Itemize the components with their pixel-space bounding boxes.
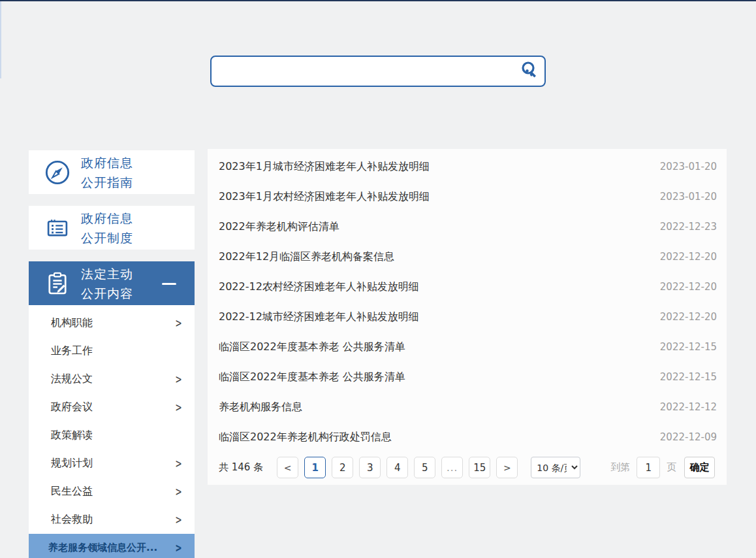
list-item-title[interactable]: 临淄区2022年养老机构行政处罚信息 [219,431,392,444]
list-item[interactable]: 2023年1月农村经济困难老年人补贴发放明细 2023-01-20 [208,182,727,212]
list-item-date: 2023-01-20 [660,191,717,203]
submenu-label: 法规公文 [51,372,93,386]
goto-suffix-label: 页 [667,461,676,474]
list-item-date: 2022-12-20 [660,251,717,263]
page-button-5[interactable]: 5 [414,457,435,478]
section-label-line1: 政府信息 [81,208,133,228]
list-item-title[interactable]: 2023年1月农村经济困难老年人补贴发放明细 [219,190,430,204]
search-icon [519,60,540,83]
next-page-button[interactable]: > [496,457,518,478]
section-label-line2: 公开制度 [81,228,133,248]
chevron-right-icon: > [503,463,511,473]
clipboard-pencil-icon [44,271,71,297]
list-item-title[interactable]: 2022年12月临淄区养老机构备案信息 [219,250,394,264]
list-item[interactable]: 2023年1月城市经济困难老年人补贴发放明细 2023-01-20 [208,152,727,182]
sidebar-item-elderly-care-disclosure[interactable]: 养老服务领域信息公开... > [29,534,195,558]
list-item[interactable]: 临淄区2022年养老机构行政处罚信息 2022-12-09 [208,422,727,452]
search-button[interactable] [517,58,542,84]
chevron-right-icon: > [176,484,181,499]
section-label-line2: 公开内容 [81,284,133,303]
top-border-line [0,0,756,1]
list-item[interactable]: 2022-12城市经济困难老年人补贴发放明细 2022-12-20 [208,302,727,332]
search-input[interactable] [212,57,517,86]
sidebar-item-social-assistance[interactable]: 社会救助 > [29,506,195,534]
list-item-date: 2022-12-12 [660,401,717,413]
sidebar-section-gov-info-system[interactable]: 政府信息 公开制度 [29,206,195,250]
sidebar-item-business-work[interactable]: 业务工作 [29,337,195,365]
list-item-date: 2022-12-15 [660,371,717,383]
page-button-2[interactable]: 2 [332,457,353,478]
pagination-total-count: 共 146 条 [219,461,263,474]
list-item-date: 2022-12-23 [660,221,717,233]
confirm-button[interactable]: 确定 [684,457,715,478]
list-item-title[interactable]: 2023年1月城市经济困难老年人补贴发放明细 [219,160,430,174]
section-label-line1: 法定主动 [81,264,133,284]
list-item[interactable]: 临淄区2022年度基本养老 公共服务清单 2022-12-15 [208,362,727,392]
chevron-right-icon: > [176,540,181,555]
list-item[interactable]: 2022年养老机构评估清单 2022-12-23 [208,212,727,242]
page-button-4[interactable]: 4 [386,457,408,478]
pagination-bar: 共 146 条 < 1 2 3 4 5 ... 15 > 10 条/页 到第 页… [219,457,717,478]
document-lines-icon [44,215,71,241]
submenu-label: 规划计划 [51,457,93,470]
list-item-title[interactable]: 养老机构服务信息 [219,401,302,414]
submenu-label: 养老服务领域信息公开... [48,542,157,554]
collapse-minus-icon[interactable] [162,283,176,285]
list-item-date: 2022-12-20 [660,281,717,293]
page-size-select[interactable]: 10 条/页 [531,457,580,478]
sidebar-item-regulations[interactable]: 法规公文 > [29,365,195,393]
section-label-line2: 公开指南 [81,172,133,192]
list-item-date: 2023-01-20 [660,161,717,172]
chevron-right-icon: > [176,512,181,527]
sidebar-item-livelihood-welfare[interactable]: 民生公益 > [29,478,195,506]
page-button-15[interactable]: 15 [469,457,490,478]
list-item-title[interactable]: 2022年养老机构评估清单 [219,220,339,234]
list-item-title[interactable]: 临淄区2022年度基本养老 公共服务清单 [219,370,405,384]
chevron-right-icon: > [176,372,181,387]
list-item-date: 2022-12-20 [660,311,717,323]
sidebar-section-statutory-disclosure[interactable]: 法定主动 公开内容 [29,261,195,305]
chevron-left-icon: < [284,463,292,473]
list-item[interactable]: 2022-12农村经济困难老年人补贴发放明细 2022-12-20 [208,272,727,302]
list-item[interactable]: 2022年12月临淄区养老机构备案信息 2022-12-20 [208,242,727,272]
chevron-right-icon: > [176,400,181,415]
submenu-label: 社会救助 [51,513,93,527]
list-item-title[interactable]: 2022-12农村经济困难老年人补贴发放明细 [219,280,419,294]
compass-icon [44,159,71,186]
sidebar-section-gov-info-guide[interactable]: 政府信息 公开指南 [29,150,195,194]
search-bar [210,56,546,87]
list-item-title[interactable]: 2022-12城市经济困难老年人补贴发放明细 [219,310,419,324]
sidebar-item-gov-meetings[interactable]: 政府会议 > [29,393,195,421]
goto-prefix-label: 到第 [610,461,630,474]
submenu-label: 业务工作 [51,344,93,358]
sidebar-item-policy-interpretation[interactable]: 政策解读 [29,421,195,450]
sidebar-submenu: 机构职能 > 业务工作 法规公文 > 政府会议 > 政策解读 规划计划 > 民生… [29,305,195,558]
content-panel: 2023年1月城市经济困难老年人补贴发放明细 2023-01-20 2023年1… [208,149,727,485]
prev-page-button[interactable]: < [277,457,298,478]
section-label-line1: 政府信息 [81,153,133,172]
article-list: 2023年1月城市经济困难老年人补贴发放明细 2023-01-20 2023年1… [208,149,727,452]
list-item-date: 2022-12-09 [660,431,717,443]
page-button-1[interactable]: 1 [304,457,326,478]
list-item-title[interactable]: 临淄区2022年度基本养老 公共服务清单 [219,340,405,354]
list-item-date: 2022-12-15 [660,341,717,353]
sidebar-item-agency-functions[interactable]: 机构职能 > [29,309,195,337]
chevron-right-icon: > [176,316,181,331]
submenu-label: 政府会议 [51,401,93,414]
goto-page-input[interactable] [637,457,660,478]
page-ellipsis-button[interactable]: ... [441,457,463,478]
submenu-label: 机构职能 [51,316,93,330]
list-item[interactable]: 养老机构服务信息 2022-12-12 [208,392,727,422]
submenu-label: 政策解读 [51,429,93,442]
list-item[interactable]: 临淄区2022年度基本养老 公共服务清单 2022-12-15 [208,332,727,362]
submenu-label: 民生公益 [51,485,93,499]
left-edge-strip [0,1,1,78]
chevron-right-icon: > [176,456,181,471]
sidebar-item-planning[interactable]: 规划计划 > [29,450,195,478]
page-button-3[interactable]: 3 [359,457,381,478]
